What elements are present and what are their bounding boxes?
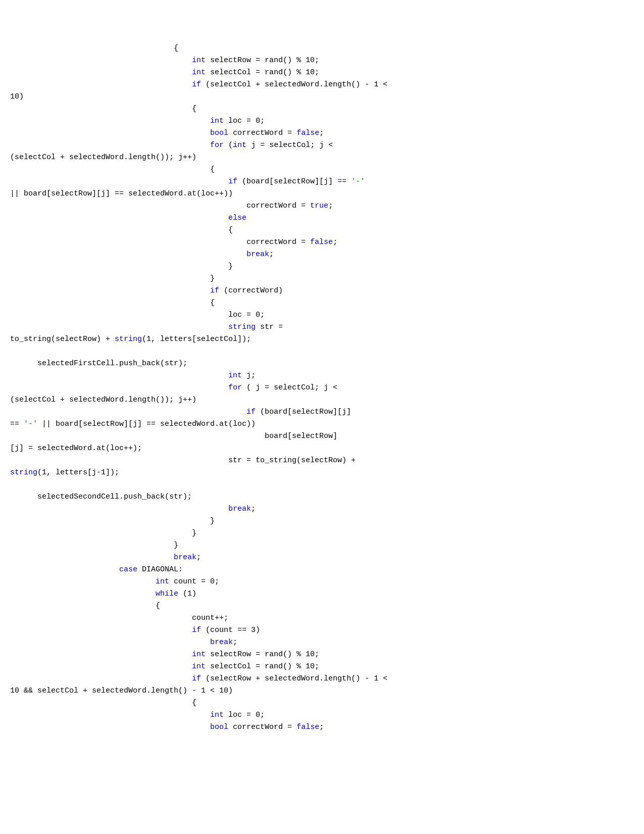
- code-content: { int selectRow = rand() % 10; int selec…: [10, 30, 634, 733]
